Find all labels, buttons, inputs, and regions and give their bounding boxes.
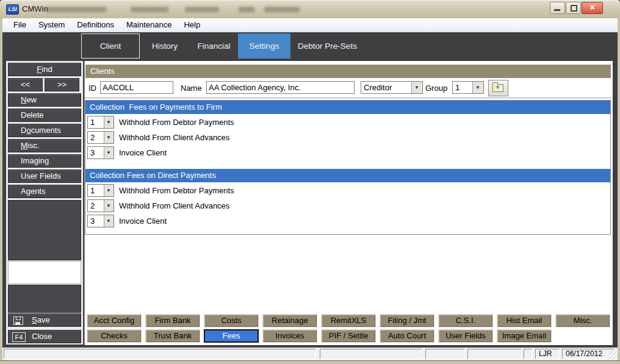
csi-button[interactable]: C.S.I.	[438, 314, 493, 327]
tab-debtor-pre-sets[interactable]: Debtor Pre-Sets	[290, 34, 364, 59]
close-button[interactable]: F4 Close	[8, 330, 81, 343]
status-bar: LJR 06/17/2012	[2, 348, 618, 361]
status-panel	[524, 349, 532, 359]
pif-settle-button[interactable]: PIF / Settle	[321, 329, 376, 343]
fee-priority-select[interactable]: 3	[87, 215, 114, 227]
status-user: LJR	[535, 349, 560, 359]
chevron-down-icon[interactable]	[411, 82, 422, 93]
menu-definitions[interactable]: Definitions	[71, 18, 120, 32]
group-label: Group	[425, 82, 447, 95]
titlebar[interactable]: LSI CMWin	[0, 0, 620, 19]
settings-button-row-2: Checks Trust Bank Fees Invoices PIF / Se…	[87, 329, 552, 343]
fees-on-payments-header: Collection Fees on Payments to Firm	[85, 101, 610, 114]
status-panel	[4, 349, 316, 359]
trust-bank-button[interactable]: Trust Bank	[145, 329, 200, 343]
client-name-input[interactable]	[206, 81, 355, 94]
background-bleed-shape	[45, 7, 106, 12]
client-id-input[interactable]	[100, 81, 173, 94]
minimize-button[interactable]	[550, 2, 565, 14]
window-border-bottom	[0, 360, 620, 364]
tab-financial[interactable]: Financial	[190, 34, 238, 59]
auto-court-button[interactable]: Auto Court	[380, 329, 434, 343]
fee-priority-select[interactable]: 1	[87, 184, 114, 197]
clients-section-header: Clients	[85, 65, 611, 78]
background-bleed-shape	[185, 7, 219, 12]
documents-button[interactable]: Documents	[8, 124, 81, 137]
status-panel	[467, 349, 522, 359]
folder-plus-icon	[492, 84, 503, 92]
next-record-button[interactable]: >>	[45, 78, 79, 91]
fees-on-direct-payments-header: Collection Fees on Direct Payments	[85, 169, 610, 182]
fee-option-label: Withhold From Debtor Payments	[119, 116, 234, 129]
restore-button[interactable]	[566, 2, 581, 14]
chevron-down-icon[interactable]	[472, 82, 483, 93]
agents-button[interactable]: Agents	[8, 185, 81, 198]
image-email-button[interactable]: Image Email	[497, 329, 552, 343]
background-bleed-shape	[131, 7, 168, 12]
checks-button[interactable]: Checks	[87, 329, 142, 343]
new-button[interactable]: New	[8, 93, 81, 107]
chevron-down-icon[interactable]	[104, 132, 114, 143]
sidebar-panel	[8, 200, 81, 260]
tab-settings[interactable]: Settings	[238, 34, 290, 59]
name-label: Name	[181, 82, 202, 95]
app-body: Client History Financial Settings Debtor…	[2, 32, 618, 346]
fee-priority-select[interactable]: 1	[87, 116, 114, 129]
fee-option-label: Withhold From Debtor Payments	[119, 184, 234, 197]
fees-panel: Collection Fees on Payments to Firm 1 Wi…	[85, 100, 611, 235]
menu-file[interactable]: File	[7, 18, 32, 32]
fee-priority-select[interactable]: 2	[87, 199, 114, 212]
chevron-down-icon[interactable]	[104, 116, 114, 128]
fee-option-label: Withhold From Client Advances	[119, 199, 229, 212]
retainage-button[interactable]: Retainage	[262, 314, 317, 327]
fkey-badge: F4	[12, 332, 26, 342]
app-window: LSI CMWin File System Definitions Mainte…	[0, 0, 620, 364]
menu-help[interactable]: Help	[178, 18, 206, 32]
hist-email-button[interactable]: Hist Email	[497, 314, 552, 327]
tab-client[interactable]: Client	[81, 34, 140, 59]
close-window-button[interactable]	[582, 2, 603, 14]
firm-bank-button[interactable]: Firm Bank	[145, 314, 200, 327]
misc-settings-button[interactable]: Misc.	[555, 314, 610, 327]
id-label: ID	[88, 82, 96, 95]
menu-system[interactable]: System	[32, 18, 71, 32]
fee-option-label: Invoice Client	[119, 146, 167, 159]
settings-content: Clients ID Name Creditor Group 1 Collect…	[84, 61, 613, 345]
save-button[interactable]: Save	[8, 313, 81, 327]
sidebar: Find << >> New Delete Documents Misc. Im…	[6, 61, 83, 344]
fees-button[interactable]: Fees	[204, 329, 259, 343]
minimize-icon	[554, 9, 560, 11]
status-panel	[320, 349, 422, 359]
fee-option-label: Invoice Client	[119, 215, 167, 227]
sidebar-blank-field	[8, 261, 81, 284]
resize-grip[interactable]	[609, 352, 617, 360]
menu-maintenance[interactable]: Maintenance	[120, 18, 178, 32]
chevron-down-icon[interactable]	[104, 200, 114, 212]
background-bleed-shape	[239, 7, 254, 12]
fee-priority-select[interactable]: 2	[87, 131, 114, 144]
delete-button[interactable]: Delete	[8, 109, 81, 122]
chevron-down-icon[interactable]	[104, 147, 114, 159]
tab-history[interactable]: History	[140, 34, 190, 59]
user-fields-button[interactable]: User Fields	[8, 170, 81, 183]
window-controls	[550, 2, 603, 14]
remitxls-button[interactable]: RemitXLS	[321, 314, 376, 327]
acct-config-button[interactable]: Acct Config	[87, 314, 142, 327]
previous-record-button[interactable]: <<	[8, 78, 43, 91]
costs-button[interactable]: Costs	[204, 314, 259, 327]
status-date: 06/17/2012	[562, 349, 615, 359]
chevron-down-icon[interactable]	[104, 215, 114, 227]
new-group-button[interactable]	[488, 80, 508, 96]
chevron-down-icon[interactable]	[104, 185, 114, 196]
user-fields-settings-button[interactable]: User Fields	[438, 329, 493, 343]
find-button[interactable]: Find	[8, 63, 81, 76]
group-select[interactable]: 1	[452, 81, 484, 94]
fee-option-label: Withhold From Client Advances	[119, 131, 229, 144]
client-type-select[interactable]: Creditor	[361, 81, 423, 94]
imaging-button[interactable]: Imaging	[8, 154, 81, 168]
settings-button-row-1: Acct Config Firm Bank Costs Retainage Re…	[87, 314, 610, 327]
invoices-button[interactable]: Invoices	[262, 329, 317, 343]
filing-jmt-button[interactable]: Filing / Jmt	[380, 314, 434, 327]
fee-priority-select[interactable]: 3	[87, 146, 114, 159]
misc-button[interactable]: Misc.	[8, 139, 81, 152]
